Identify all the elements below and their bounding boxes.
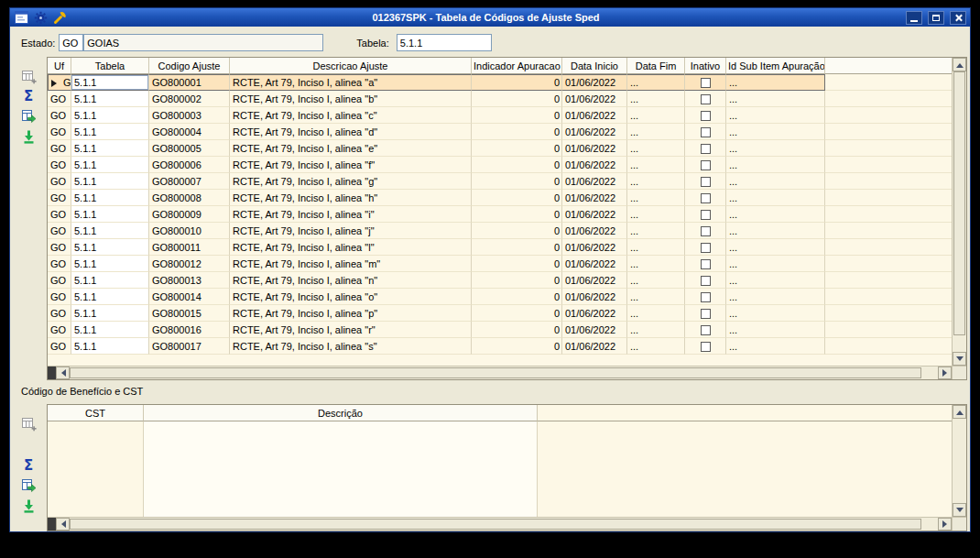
cell-id-sub-item-apuracao[interactable]: ... bbox=[726, 305, 825, 322]
column-header[interactable]: Id Sub Item Apuração bbox=[726, 58, 825, 74]
cell-uf[interactable]: GO bbox=[48, 91, 71, 107]
cell-indicador-apuracao[interactable]: 0 bbox=[472, 173, 562, 190]
cell-tabela[interactable]: 5.1.1 bbox=[71, 140, 149, 157]
inativo-checkbox[interactable] bbox=[701, 111, 711, 121]
inativo-checkbox[interactable] bbox=[701, 276, 711, 286]
inativo-checkbox[interactable] bbox=[701, 259, 711, 269]
inativo-checkbox[interactable] bbox=[701, 325, 711, 335]
cell-data-fim[interactable]: ... bbox=[627, 305, 685, 322]
cell-uf[interactable]: GO bbox=[48, 124, 71, 140]
add-record-icon[interactable] bbox=[20, 415, 38, 432]
cell-tabela[interactable]: 5.1.1 bbox=[71, 322, 149, 338]
inativo-checkbox[interactable] bbox=[701, 193, 711, 203]
cell-uf[interactable]: GO bbox=[48, 140, 71, 157]
table-row[interactable]: GO5.1.1GO800003RCTE, Art 79, Inciso I, a… bbox=[48, 107, 952, 124]
cell-data-fim[interactable]: ... bbox=[627, 289, 685, 305]
column-header[interactable]: Descricao Ajuste bbox=[230, 58, 472, 74]
cell-id-sub-item-apuracao[interactable]: ... bbox=[726, 91, 825, 107]
table-row[interactable]: GO5.1.1GO800006RCTE, Art 79, Inciso I, a… bbox=[48, 157, 952, 173]
cell-uf[interactable]: GO bbox=[48, 305, 71, 322]
cell-data-fim[interactable]: ... bbox=[627, 124, 685, 140]
table-row[interactable]: GO5.1.1GO800001RCTE, Art 79, Inciso I, a… bbox=[48, 74, 952, 91]
cell-id-sub-item-apuracao[interactable]: ... bbox=[726, 223, 825, 239]
export-icon[interactable] bbox=[20, 477, 38, 495]
hscroll-thumb[interactable] bbox=[70, 519, 921, 530]
column-header[interactable]: Indicador Apuracao bbox=[472, 58, 562, 74]
inativo-checkbox[interactable] bbox=[701, 177, 711, 187]
cell-data-fim[interactable]: ... bbox=[627, 322, 685, 338]
inativo-checkbox[interactable] bbox=[701, 144, 711, 154]
cell-data-fim[interactable]: ... bbox=[627, 223, 685, 239]
cell-data-inicio[interactable]: 01/06/2022 bbox=[562, 256, 627, 272]
cell-tabela[interactable]: 5.1.1 bbox=[71, 91, 149, 107]
scroll-up-button[interactable] bbox=[953, 58, 966, 71]
cell-descricao-ajuste[interactable]: RCTE, Art 79, Inciso I, alinea "h" bbox=[230, 190, 472, 206]
table-row[interactable]: GO5.1.1GO800013RCTE, Art 79, Inciso I, a… bbox=[48, 272, 952, 289]
cell-descricao-ajuste[interactable]: RCTE, Art 79, Inciso I, alinea "g" bbox=[230, 173, 472, 190]
cell-indicador-apuracao[interactable]: 0 bbox=[472, 322, 562, 338]
vscroll-track[interactable] bbox=[953, 419, 966, 503]
cell-uf[interactable]: GO bbox=[48, 289, 71, 305]
cell-descricao-ajuste[interactable]: RCTE, Art 79, Inciso I, alinea "r" bbox=[230, 322, 472, 338]
cell-inativo[interactable] bbox=[685, 322, 726, 338]
cell-descricao-ajuste[interactable]: RCTE, Art 79, Inciso I, alinea "m" bbox=[230, 256, 472, 272]
cell-indicador-apuracao[interactable]: 0 bbox=[472, 239, 562, 256]
column-header[interactable]: Inativo bbox=[685, 58, 726, 74]
cell-uf[interactable]: GO bbox=[48, 206, 71, 223]
cell-data-fim[interactable]: ... bbox=[627, 206, 685, 223]
cell-data-inicio[interactable]: 01/06/2022 bbox=[562, 272, 627, 289]
cell-inativo[interactable] bbox=[685, 74, 726, 91]
cell-inativo[interactable] bbox=[685, 239, 726, 256]
cell-codigo-ajuste[interactable]: GO800004 bbox=[149, 124, 230, 140]
last-record-icon[interactable] bbox=[20, 128, 38, 146]
cell-codigo-ajuste[interactable]: GO800015 bbox=[149, 305, 230, 322]
last-record-icon[interactable] bbox=[20, 498, 38, 515]
cell-codigo-ajuste[interactable]: GO800016 bbox=[149, 322, 230, 338]
cell-data-inicio[interactable]: 01/06/2022 bbox=[562, 239, 627, 256]
cell-data-fim[interactable]: ... bbox=[627, 272, 685, 289]
cell-descricao-ajuste[interactable]: RCTE, Art 79, Inciso I, alinea "j" bbox=[230, 223, 472, 239]
cell-id-sub-item-apuracao[interactable]: ... bbox=[726, 157, 825, 173]
cell-data-fim[interactable]: ... bbox=[627, 140, 685, 157]
inativo-checkbox[interactable] bbox=[701, 210, 711, 220]
main-grid-hscrollbar[interactable] bbox=[48, 366, 952, 379]
cell-id-sub-item-apuracao[interactable]: ... bbox=[726, 322, 825, 338]
cell-codigo-ajuste[interactable]: GO800011 bbox=[149, 239, 230, 256]
maximize-button[interactable] bbox=[928, 11, 944, 25]
cell-data-inicio[interactable]: 01/06/2022 bbox=[562, 322, 627, 338]
cell-codigo-ajuste[interactable]: GO800009 bbox=[149, 206, 230, 223]
table-row[interactable]: GO5.1.1GO800008RCTE, Art 79, Inciso I, a… bbox=[48, 190, 952, 206]
cell-inativo[interactable] bbox=[685, 190, 726, 206]
scroll-left-button[interactable] bbox=[56, 367, 70, 379]
table-row[interactable]: GO5.1.1GO800015RCTE, Art 79, Inciso I, a… bbox=[48, 305, 952, 322]
cell-codigo-ajuste[interactable]: GO800002 bbox=[149, 91, 230, 107]
table-row[interactable]: GO5.1.1GO800014RCTE, Art 79, Inciso I, a… bbox=[48, 289, 952, 305]
inativo-checkbox[interactable] bbox=[701, 226, 711, 236]
cell-tabela[interactable]: 5.1.1 bbox=[71, 206, 149, 223]
scroll-right-button[interactable] bbox=[938, 518, 952, 531]
cell-codigo-ajuste[interactable]: GO800014 bbox=[149, 289, 230, 305]
cell-inativo[interactable] bbox=[685, 305, 726, 322]
table-row[interactable]: GO5.1.1GO800007RCTE, Art 79, Inciso I, a… bbox=[48, 173, 952, 190]
cell-data-fim[interactable]: ... bbox=[627, 74, 685, 91]
cell-codigo-ajuste[interactable]: GO800017 bbox=[149, 338, 230, 355]
cell-uf[interactable]: GO bbox=[48, 157, 71, 173]
cell-indicador-apuracao[interactable]: 0 bbox=[472, 256, 562, 272]
inativo-checkbox[interactable] bbox=[701, 342, 711, 352]
cell-data-fim[interactable]: ... bbox=[627, 173, 685, 190]
sum-icon[interactable]: Σ bbox=[20, 88, 38, 105]
cell-codigo-ajuste[interactable]: GO800001 bbox=[149, 74, 230, 91]
cell-indicador-apuracao[interactable]: 0 bbox=[472, 305, 562, 322]
cell-id-sub-item-apuracao[interactable]: ... bbox=[726, 107, 825, 124]
cell-id-sub-item-apuracao[interactable]: ... bbox=[726, 272, 825, 289]
cell-codigo-ajuste[interactable]: GO800012 bbox=[149, 256, 230, 272]
column-header[interactable]: Uf bbox=[48, 58, 71, 74]
wrench-icon[interactable] bbox=[52, 10, 68, 25]
table-row[interactable]: GO5.1.1GO800009RCTE, Art 79, Inciso I, a… bbox=[48, 206, 952, 223]
cell-tabela[interactable]: 5.1.1 bbox=[71, 272, 149, 289]
cell-uf[interactable]: GO bbox=[48, 256, 71, 272]
table-row[interactable]: GO5.1.1GO800005RCTE, Art 79, Inciso I, a… bbox=[48, 140, 952, 157]
cell-data-inicio[interactable]: 01/06/2022 bbox=[562, 289, 627, 305]
cell-inativo[interactable] bbox=[685, 91, 726, 107]
cell-uf[interactable]: GO bbox=[48, 190, 71, 206]
